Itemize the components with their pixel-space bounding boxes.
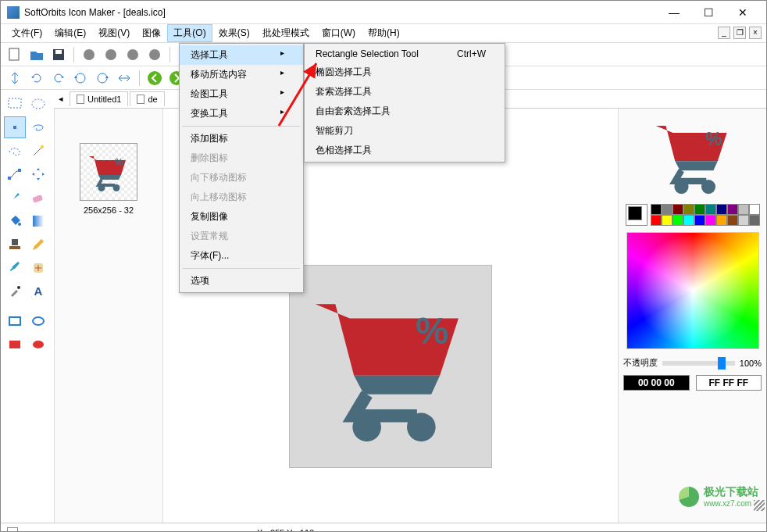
circle-gray3-icon[interactable] (123, 45, 142, 64)
path-icon[interactable] (4, 163, 26, 185)
menu-delete-icon[interactable]: 删除图标 (180, 148, 303, 168)
menu-font[interactable]: 字体(F)... (180, 246, 303, 266)
bucket-icon[interactable] (4, 210, 26, 232)
palette-swatch[interactable] (672, 204, 683, 215)
submenu-smart-scissors[interactable]: 智能剪刀 (305, 121, 505, 141)
palette-swatch[interactable] (672, 215, 683, 226)
redo-icon[interactable] (49, 69, 68, 87)
circle-gray2-icon[interactable] (102, 45, 120, 64)
menu-move-icon-down[interactable]: 向下移动图标 (180, 168, 303, 187)
menu-file[interactable]: 文件(F) (5, 24, 48, 42)
circle-gray4-icon[interactable] (145, 45, 164, 64)
fg-bg-swatch[interactable] (626, 204, 647, 226)
icon-thumbnail[interactable]: % (80, 143, 137, 201)
close-button[interactable]: ✕ (726, 2, 760, 23)
palette-swatch[interactable] (694, 204, 705, 215)
menu-add-icon[interactable]: 添加图标 (180, 129, 303, 148)
menu-view[interactable]: 视图(V) (92, 24, 136, 42)
menu-image[interactable]: 图像 (136, 24, 167, 42)
eraser-icon[interactable] (27, 187, 49, 209)
svg-text:%: % (416, 311, 448, 352)
resize-horiz-icon[interactable] (115, 69, 134, 87)
menu-draw-tools[interactable]: 绘图工具 (180, 84, 303, 104)
resize-vert-icon[interactable] (5, 69, 24, 87)
palette-swatch[interactable] (749, 215, 760, 226)
submenu-lasso[interactable]: 套索选择工具 (305, 82, 505, 102)
palette-swatch[interactable] (738, 215, 749, 226)
pencil-icon[interactable] (27, 234, 49, 255)
mdi-minimize-icon[interactable]: _ (718, 27, 730, 39)
mdi-close-icon[interactable]: × (749, 27, 762, 39)
eyedropper-icon[interactable] (4, 280, 26, 302)
menu-batch[interactable]: 批处理模式 (256, 24, 316, 42)
healing-icon[interactable] (27, 257, 49, 279)
canvas[interactable]: % (289, 265, 492, 468)
shape-fillellipse-icon[interactable] (27, 334, 49, 355)
new-file-icon[interactable] (5, 45, 24, 64)
tab-deals[interactable]: de (130, 91, 164, 106)
stamp-icon[interactable] (4, 234, 26, 255)
gradient-icon[interactable] (27, 210, 49, 232)
palette-swatch[interactable] (716, 204, 727, 215)
palette-swatch[interactable] (694, 215, 705, 226)
shape-fillrect-icon[interactable] (4, 334, 26, 355)
menu-settings[interactable]: 设置常规 (180, 227, 303, 246)
ellipse-select-icon[interactable] (27, 93, 49, 115)
undo-icon[interactable] (27, 69, 46, 87)
rect-select-icon[interactable] (4, 93, 26, 115)
menu-copy-image[interactable]: 复制图像 (180, 207, 303, 227)
palette-swatch[interactable] (749, 204, 760, 215)
menu-help[interactable]: 帮助(H) (362, 24, 406, 42)
shape-ellipse-icon[interactable] (27, 310, 49, 332)
circle-gray-icon[interactable] (80, 45, 98, 64)
menu-move-selection[interactable]: 移动所选内容 (180, 65, 303, 84)
palette-swatch[interactable] (662, 215, 672, 226)
menu-move-icon-up[interactable]: 向上移动图标 (180, 187, 303, 207)
menu-effects[interactable]: 效果(S) (212, 24, 256, 42)
menu-options[interactable]: 选项 (180, 271, 303, 291)
menu-tools[interactable]: 工具(O) (167, 24, 212, 42)
minimize-button[interactable]: — (657, 2, 691, 23)
palette-swatch[interactable] (683, 215, 694, 226)
palette-swatch[interactable] (727, 215, 738, 226)
tab-scroll-left-icon[interactable]: ◂ (54, 94, 68, 104)
maximize-button[interactable]: ☐ (691, 2, 726, 23)
opacity-slider[interactable] (662, 361, 735, 366)
shape-rect-icon[interactable] (4, 310, 26, 332)
paintbrush-icon[interactable] (4, 257, 26, 279)
hex-black[interactable]: 00 00 00 (623, 375, 690, 391)
nav-back-icon[interactable] (145, 69, 164, 87)
submenu-free-lasso[interactable]: 自由套索选择工具 (305, 102, 505, 121)
palette-swatch[interactable] (662, 204, 672, 215)
submenu-hue-select[interactable]: 色相选择工具 (305, 141, 505, 160)
palette-swatch[interactable] (683, 204, 694, 215)
save-file-icon[interactable] (49, 45, 68, 64)
menu-edit[interactable]: 编辑(E) (48, 24, 92, 42)
palette-swatch[interactable] (738, 204, 749, 215)
palette-swatch[interactable] (716, 215, 727, 226)
menu-select-tools[interactable]: 选择工具 (180, 45, 303, 65)
move-icon[interactable] (27, 163, 49, 185)
wand-icon[interactable] (27, 140, 49, 162)
color-picker[interactable] (626, 232, 759, 349)
palette-swatch[interactable] (705, 204, 716, 215)
open-file-icon[interactable] (27, 45, 46, 64)
tab-untitled[interactable]: Untitled1 (70, 91, 128, 106)
rotate-cw-icon[interactable] (93, 69, 112, 87)
submenu-ellipse[interactable]: 椭圆选择工具 (305, 62, 505, 82)
submenu-rectangle[interactable]: Rectangle Selection ToolCtrl+W (305, 45, 505, 62)
menu-transform-tools[interactable]: 变换工具 (180, 104, 303, 123)
mdi-restore-icon[interactable]: ❐ (733, 27, 746, 39)
hex-white[interactable]: FF FF FF (696, 375, 762, 391)
palette-swatch[interactable] (727, 204, 738, 215)
lasso-icon[interactable] (27, 116, 49, 138)
point-select-icon[interactable] (4, 116, 26, 138)
free-lasso-icon[interactable] (4, 140, 26, 162)
palette-swatch[interactable] (651, 215, 662, 226)
rotate-ccw-icon[interactable] (71, 69, 90, 87)
palette-swatch[interactable] (705, 215, 716, 226)
menu-window[interactable]: 窗口(W) (316, 24, 362, 42)
palette-swatch[interactable] (651, 204, 662, 215)
brush-icon[interactable] (4, 187, 26, 209)
text-icon[interactable]: A (27, 280, 49, 302)
